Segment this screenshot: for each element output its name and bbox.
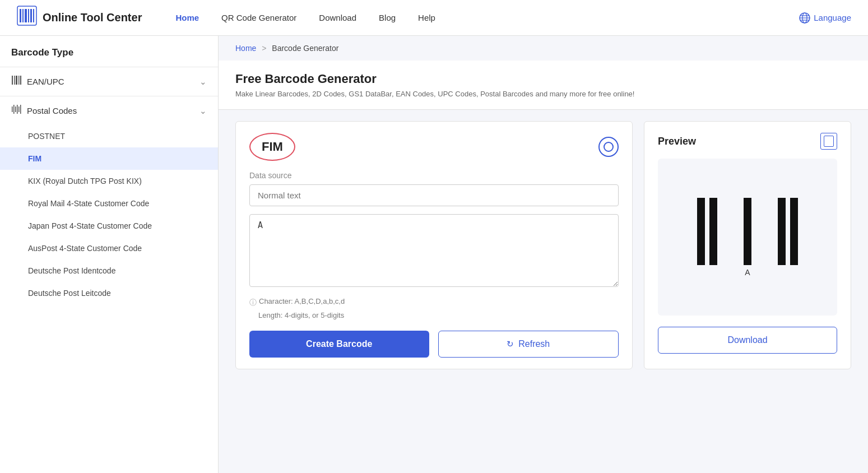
sidebar-item-royal-mail[interactable]: Royal Mail 4-State Customer Code bbox=[0, 192, 218, 215]
svg-rect-21 bbox=[18, 106, 20, 112]
logo-icon bbox=[17, 6, 37, 30]
settings-icon[interactable] bbox=[598, 137, 619, 157]
svg-rect-24 bbox=[709, 198, 717, 265]
sidebar-item-postnet[interactable]: POSTNET bbox=[0, 125, 218, 147]
ean-label: EAN/UPC bbox=[27, 77, 199, 86]
svg-rect-14 bbox=[16, 76, 17, 85]
sidebar-item-fim[interactable]: FIM bbox=[0, 147, 218, 170]
sidebar-item-leitcode[interactable]: Deutsche Post Leitcode bbox=[0, 282, 218, 304]
language-selector[interactable]: Language bbox=[799, 12, 851, 24]
copy-icon[interactable] bbox=[820, 133, 837, 150]
logo: Online Tool Center bbox=[17, 6, 142, 30]
generator-layout: FIM Data source A ⓘ Character: A,B,C,D,a… bbox=[219, 110, 868, 381]
hint-length: Length: 4-digits, or 5-digits bbox=[249, 311, 619, 319]
barcode-data-textarea[interactable]: A bbox=[249, 214, 619, 287]
content-area: Home > Barcode Generator Free Barcode Ge… bbox=[219, 36, 868, 473]
svg-rect-26 bbox=[778, 198, 786, 265]
fim-type-label: FIM bbox=[249, 133, 295, 161]
breadcrumb-home[interactable]: Home bbox=[235, 44, 256, 53]
sidebar-item-identcode[interactable]: Deutsche Post Identcode bbox=[0, 259, 218, 282]
page-header: Free Barcode Generator Make Linear Barco… bbox=[219, 61, 868, 110]
svg-rect-5 bbox=[30, 9, 32, 22]
sidebar-item-japan-post[interactable]: Japan Post 4-State Customer Code bbox=[0, 215, 218, 237]
sidebar-section-ean-header[interactable]: EAN/UPC ⌄ bbox=[0, 67, 218, 96]
hint-characters: ⓘ Character: A,B,C,D,a,b,c,d bbox=[249, 297, 619, 308]
nav-qr-code[interactable]: QR Code Generator bbox=[221, 13, 296, 22]
ean-icon bbox=[11, 75, 22, 88]
nav-help[interactable]: Help bbox=[418, 13, 435, 22]
svg-rect-3 bbox=[25, 9, 27, 22]
nav-home[interactable]: Home bbox=[175, 13, 199, 22]
sidebar-section-postal: Postal Codes ⌄ POSTNET FIM KIX (Royal Du… bbox=[0, 96, 218, 304]
sidebar-item-auspost[interactable]: AusPost 4-State Customer Code bbox=[0, 237, 218, 259]
svg-rect-20 bbox=[17, 105, 18, 114]
sidebar: Barcode Type EAN/UPC ⌄ bbox=[0, 36, 219, 473]
preview-panel: Preview bbox=[644, 121, 851, 369]
sidebar-section-postal-header[interactable]: Postal Codes ⌄ bbox=[0, 96, 218, 125]
breadcrumb-current: Barcode Generator bbox=[272, 44, 338, 53]
svg-rect-13 bbox=[14, 76, 15, 85]
svg-rect-22 bbox=[20, 105, 21, 114]
header: Online Tool Center Home QR Code Generato… bbox=[0, 0, 868, 36]
barcode-type-header: FIM bbox=[249, 133, 619, 161]
main-layout: Barcode Type EAN/UPC ⌄ bbox=[0, 36, 868, 473]
preview-header: Preview bbox=[658, 133, 837, 150]
breadcrumb-separator: > bbox=[262, 44, 266, 53]
svg-rect-12 bbox=[12, 76, 13, 85]
refresh-button[interactable]: ↻ Refresh bbox=[438, 331, 619, 358]
create-barcode-button[interactable]: Create Barcode bbox=[249, 331, 429, 358]
main-nav: Home QR Code Generator Download Blog Hel… bbox=[175, 13, 799, 22]
data-source-label: Data source bbox=[249, 171, 619, 180]
postal-icon bbox=[11, 104, 22, 117]
ean-arrow-icon: ⌄ bbox=[199, 77, 207, 87]
page-subtitle: Make Linear Barcodes, 2D Codes, GS1 Data… bbox=[235, 90, 851, 98]
svg-rect-1 bbox=[20, 9, 21, 22]
preview-area: A bbox=[658, 159, 837, 316]
svg-rect-23 bbox=[697, 198, 705, 265]
nav-blog[interactable]: Blog bbox=[379, 13, 396, 22]
action-buttons: Create Barcode ↻ Refresh bbox=[249, 331, 619, 358]
svg-rect-27 bbox=[790, 198, 798, 265]
nav-download[interactable]: Download bbox=[319, 13, 356, 22]
generator-form: FIM Data source A ⓘ Character: A,B,C,D,a… bbox=[235, 121, 633, 369]
data-source-type-input[interactable] bbox=[249, 184, 619, 206]
svg-rect-18 bbox=[13, 105, 15, 114]
svg-rect-16 bbox=[20, 76, 21, 85]
svg-rect-6 bbox=[33, 9, 34, 22]
sidebar-item-kix[interactable]: KIX (Royal Dutch TPG Post KIX) bbox=[0, 170, 218, 192]
logo-text: Online Tool Center bbox=[43, 11, 142, 24]
language-label: Language bbox=[814, 13, 851, 22]
postal-arrow-icon: ⌄ bbox=[199, 106, 207, 116]
download-button[interactable]: Download bbox=[658, 327, 837, 354]
preview-title: Preview bbox=[658, 136, 696, 147]
svg-rect-17 bbox=[12, 106, 13, 112]
svg-rect-19 bbox=[15, 106, 16, 112]
sidebar-section-ean: EAN/UPC ⌄ bbox=[0, 67, 218, 96]
refresh-icon: ↻ bbox=[507, 339, 514, 349]
breadcrumb: Home > Barcode Generator bbox=[219, 36, 868, 61]
svg-rect-25 bbox=[744, 198, 751, 265]
sidebar-title: Barcode Type bbox=[0, 47, 218, 67]
svg-rect-2 bbox=[22, 9, 24, 22]
page-title: Free Barcode Generator bbox=[235, 72, 851, 86]
svg-rect-15 bbox=[18, 76, 20, 85]
svg-rect-4 bbox=[28, 9, 29, 22]
hint-icon: ⓘ bbox=[249, 298, 257, 308]
postal-label: Postal Codes bbox=[27, 106, 199, 115]
svg-text:A: A bbox=[745, 268, 750, 277]
barcode-preview-image: A bbox=[680, 187, 815, 287]
